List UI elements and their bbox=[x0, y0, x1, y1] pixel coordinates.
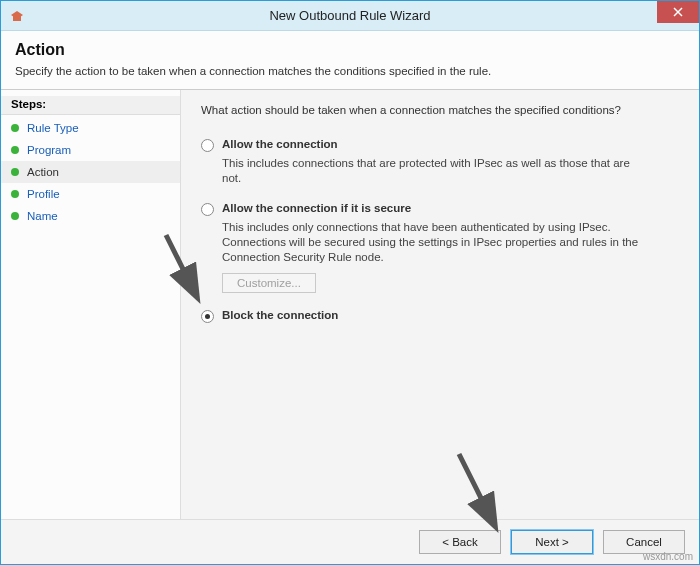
option-label: Block the connection bbox=[222, 309, 338, 321]
title-bar[interactable]: New Outbound Rule Wizard bbox=[1, 1, 699, 31]
option-block: Block the connection bbox=[201, 309, 679, 323]
bullet-icon bbox=[11, 146, 19, 154]
radio-icon bbox=[201, 203, 214, 216]
option-label: Allow the connection bbox=[222, 138, 338, 150]
back-button[interactable]: < Back bbox=[419, 530, 501, 554]
step-label: Program bbox=[27, 144, 71, 156]
header: Action Specify the action to be taken wh… bbox=[1, 31, 699, 89]
body: Steps: Rule Type Program Action Profile … bbox=[1, 90, 699, 519]
step-label: Profile bbox=[27, 188, 60, 200]
watermark: wsxdn.com bbox=[643, 551, 693, 562]
step-label: Action bbox=[27, 166, 59, 178]
wizard-window: New Outbound Rule Wizard Action Specify … bbox=[0, 0, 700, 565]
step-profile[interactable]: Profile bbox=[1, 183, 180, 205]
step-program[interactable]: Program bbox=[1, 139, 180, 161]
option-desc: This includes only connections that have… bbox=[222, 220, 652, 265]
radio-block[interactable]: Block the connection bbox=[201, 309, 679, 323]
step-label: Rule Type bbox=[27, 122, 79, 134]
option-allow: Allow the connection This includes conne… bbox=[201, 138, 679, 186]
customize-button: Customize... bbox=[222, 273, 316, 293]
bullet-icon bbox=[11, 168, 19, 176]
page-title: Action bbox=[15, 41, 685, 59]
option-desc: This includes connections that are prote… bbox=[222, 156, 652, 186]
prompt-text: What action should be taken when a conne… bbox=[201, 104, 679, 116]
step-label: Name bbox=[27, 210, 58, 222]
svg-line-6 bbox=[459, 454, 494, 524]
bullet-icon bbox=[11, 190, 19, 198]
step-rule-type[interactable]: Rule Type bbox=[1, 117, 180, 139]
sidebar-title: Steps: bbox=[1, 96, 180, 115]
radio-icon bbox=[201, 310, 214, 323]
close-icon bbox=[673, 7, 683, 17]
bullet-icon bbox=[11, 212, 19, 220]
radio-allow-secure[interactable]: Allow the connection if it is secure bbox=[201, 202, 679, 216]
steps-sidebar: Steps: Rule Type Program Action Profile … bbox=[1, 90, 181, 519]
page-subtitle: Specify the action to be taken when a co… bbox=[15, 65, 685, 77]
window-title: New Outbound Rule Wizard bbox=[1, 8, 699, 23]
step-action[interactable]: Action bbox=[1, 161, 180, 183]
radio-icon bbox=[201, 139, 214, 152]
bullet-icon bbox=[11, 124, 19, 132]
close-button[interactable] bbox=[657, 1, 699, 23]
next-button[interactable]: Next > bbox=[511, 530, 593, 554]
option-label: Allow the connection if it is secure bbox=[222, 202, 411, 214]
radio-allow[interactable]: Allow the connection bbox=[201, 138, 679, 152]
step-name[interactable]: Name bbox=[1, 205, 180, 227]
content-pane: What action should be taken when a conne… bbox=[181, 90, 699, 519]
option-allow-secure: Allow the connection if it is secure Thi… bbox=[201, 202, 679, 293]
footer: < Back Next > Cancel bbox=[1, 519, 699, 564]
